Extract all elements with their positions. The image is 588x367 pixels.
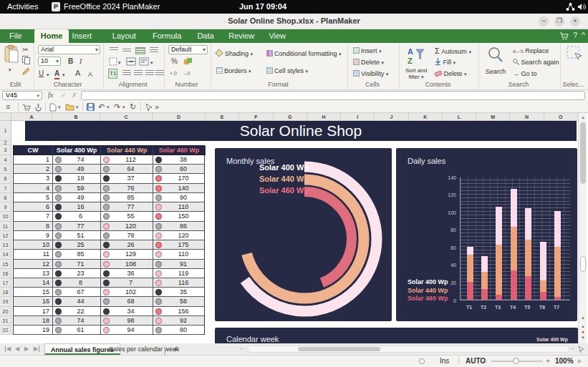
paste-icon[interactable] xyxy=(4,45,19,64)
cell-value[interactable]: 22 xyxy=(53,307,101,315)
cell-value[interactable]: 108 xyxy=(101,260,153,268)
vertical-scrollbar[interactable]: ▲ ▼ ▲ ● ▼ xyxy=(578,113,587,343)
merge-dropdown[interactable]: ▾ xyxy=(150,59,153,67)
touch-mode-icon[interactable] xyxy=(34,103,42,112)
row-header-5[interactable]: 5 xyxy=(0,165,11,174)
hscroll-left-icon[interactable]: ‹ xyxy=(241,346,243,352)
row-header-13[interactable]: 13 xyxy=(0,240,11,250)
cell-value[interactable]: 85 xyxy=(101,193,153,202)
cell-cw[interactable]: 1 xyxy=(14,155,53,164)
align-center-icon[interactable] xyxy=(134,70,143,76)
cell-styles-button[interactable]: Cell styles ▾ xyxy=(266,67,308,76)
hscroll-right-icon[interactable]: › xyxy=(572,346,574,352)
activities-button[interactable]: Activities xyxy=(7,2,38,11)
cell-cw[interactable]: 5 xyxy=(14,193,53,202)
fill-button[interactable]: Fill ▾ xyxy=(435,58,456,67)
minimize-button[interactable]: – xyxy=(539,16,549,26)
row-header-7[interactable]: 7 xyxy=(0,184,11,193)
align-top-icon[interactable] xyxy=(110,47,118,50)
column-header-B[interactable]: B xyxy=(52,113,100,121)
font-color-dropdown[interactable]: ▾ xyxy=(62,71,65,79)
vertical-scrollbar-thumb[interactable] xyxy=(580,122,586,184)
menu-tab-formula[interactable]: Formula xyxy=(146,29,188,43)
insert-cells-button[interactable]: Insert ▾ xyxy=(353,47,382,56)
object-mode-icon[interactable] xyxy=(578,346,585,353)
format-painter-icon[interactable] xyxy=(22,67,31,75)
help-button[interactable]: ? xyxy=(573,31,577,39)
cell-value[interactable]: 55 xyxy=(101,212,153,220)
collapse-ribbon-button[interactable]: ^ xyxy=(582,31,585,39)
menu-tab-view[interactable]: View xyxy=(262,29,292,43)
table-row[interactable]: 16446858 xyxy=(13,297,205,306)
cell-value[interactable]: 150 xyxy=(153,212,206,220)
row-header-20[interactable]: 20 xyxy=(0,307,11,316)
cell-value[interactable]: 120 xyxy=(101,222,153,230)
new-document-dropdown[interactable]: ▾ xyxy=(58,102,61,112)
daily-sales-chart[interactable]: Daily sales 020406080100120140 T1T2T3T4T… xyxy=(396,148,577,321)
zoom-in-button[interactable]: + xyxy=(546,357,550,365)
search-button[interactable]: Search xyxy=(480,67,511,76)
cell-value[interactable]: 140 xyxy=(153,184,206,192)
paste-dropdown[interactable]: ▾ xyxy=(9,66,11,74)
calendar-week-chart[interactable]: Calendar week Solar 400 Wp xyxy=(215,328,578,343)
cell-cw[interactable]: 11 xyxy=(14,250,53,258)
table-row[interactable]: 127110891 xyxy=(13,260,205,269)
currency-icon[interactable] xyxy=(184,58,193,66)
scroll-up-icon[interactable]: ▲ xyxy=(579,114,587,120)
cell-value[interactable]: 36 xyxy=(101,269,153,278)
row-header-1[interactable]: 1 xyxy=(0,121,11,141)
previous-object-icon[interactable]: ▲ xyxy=(579,323,587,329)
cell-value[interactable]: 37 xyxy=(101,174,153,182)
cell-value[interactable]: 94 xyxy=(101,326,153,334)
open-file-dropdown[interactable]: ▾ xyxy=(76,102,79,112)
cell-value[interactable]: 58 xyxy=(153,297,206,305)
cell-cw[interactable]: 6 xyxy=(14,202,53,211)
cell-value[interactable]: 116 xyxy=(153,278,206,287)
table-row[interactable]: 172234156 xyxy=(13,307,205,316)
add-sheet-button[interactable]: + xyxy=(168,343,183,355)
row-header-9[interactable]: 9 xyxy=(0,202,11,212)
cell-value[interactable]: 90 xyxy=(153,193,206,202)
row-header-15[interactable]: 15 xyxy=(0,260,11,269)
cell-value[interactable]: 64 xyxy=(101,165,153,173)
cell-value[interactable]: 61 xyxy=(53,326,101,334)
first-sheet-icon[interactable]: ◀ xyxy=(5,346,11,352)
close-button[interactable]: × xyxy=(570,16,580,26)
number-format-select[interactable]: Default▾ xyxy=(168,45,208,54)
align-left-icon[interactable] xyxy=(122,70,131,76)
cell-cw[interactable]: 3 xyxy=(14,174,53,182)
cell-value[interactable]: 102 xyxy=(101,288,153,296)
cell-value[interactable]: 170 xyxy=(153,174,206,182)
cell-value[interactable]: 156 xyxy=(153,307,206,315)
column-header-E[interactable]: E xyxy=(206,113,239,121)
cell-value[interactable]: 68 xyxy=(101,297,153,305)
cart-icon[interactable] xyxy=(559,32,569,40)
remove-decimal-button[interactable]: -.0 xyxy=(184,69,190,78)
cell-value[interactable]: 98 xyxy=(101,316,153,325)
font-name-select[interactable]: Arial▾ xyxy=(38,45,100,54)
table-row[interactable]: 18749892 xyxy=(13,316,205,326)
row-header-12[interactable]: 12 xyxy=(0,231,11,240)
fx-icon[interactable]: fx xyxy=(48,91,53,99)
column-header-F[interactable]: F xyxy=(239,113,273,121)
cell-cw[interactable]: 13 xyxy=(14,269,53,278)
table-row[interactable]: 17411238 xyxy=(13,155,205,165)
cell-cw[interactable]: 2 xyxy=(14,165,53,173)
cell-value[interactable]: 78 xyxy=(101,231,153,240)
pointer-icon[interactable] xyxy=(145,103,153,112)
cell-value[interactable]: 74 xyxy=(53,316,101,325)
grow-font-button[interactable]: A xyxy=(75,69,80,77)
table-row[interactable]: 1487116 xyxy=(13,278,205,288)
sort-filter-icon[interactable]: AZ xyxy=(406,47,425,65)
cell-value[interactable]: 51 xyxy=(53,231,101,240)
menu-tab-review[interactable]: Review xyxy=(222,29,261,43)
cell-value[interactable]: 110 xyxy=(153,202,206,211)
sidebar-toggle-icon[interactable]: ≡ xyxy=(6,102,10,112)
cell-value[interactable]: 77 xyxy=(101,202,153,211)
row-header-6[interactable]: 6 xyxy=(0,174,11,183)
copy-icon[interactable] xyxy=(22,56,30,64)
monthly-sales-chart[interactable]: Monthly sales Solar 400 WpSolar 440 WpSo… xyxy=(215,148,392,321)
sort-filter-button[interactable]: Sort and filter ▾ xyxy=(400,67,432,80)
borders-button[interactable]: Borders ▾ xyxy=(216,67,251,76)
font-color-button[interactable]: A xyxy=(54,69,59,79)
